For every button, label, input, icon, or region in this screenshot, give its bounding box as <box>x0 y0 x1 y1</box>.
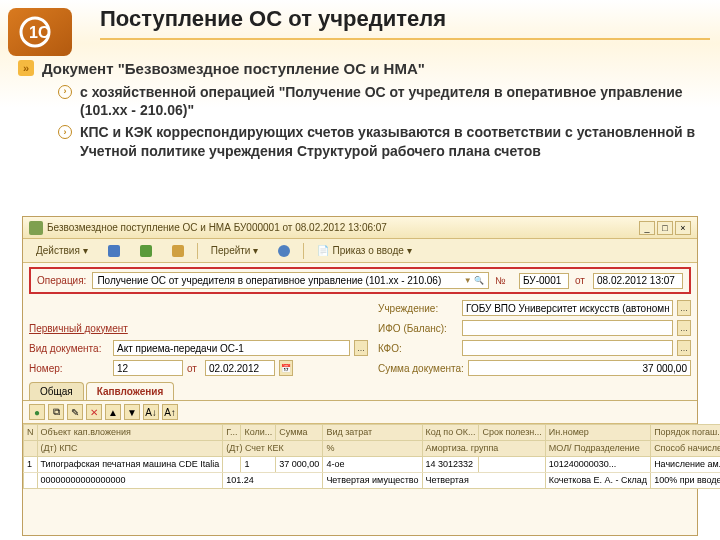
sort-asc-button[interactable]: A↓ <box>143 404 159 420</box>
doc-date-input[interactable] <box>593 273 683 289</box>
tab-investments[interactable]: Капвложения <box>86 382 175 400</box>
cell-kps: 00000000000000000 <box>37 473 223 489</box>
logo-1c: 1C <box>8 8 72 56</box>
app-window: Безвозмездное поступление ОС и НМА БУ000… <box>22 216 698 536</box>
investments-table[interactable]: N Объект кап.вложения Г... Коли... Сумма… <box>23 424 720 489</box>
cell-mol: Кочеткова Е. А. - Склад <box>545 473 650 489</box>
select-button[interactable]: … <box>677 320 691 336</box>
window-titlebar: Безвозмездное поступление ОС и НМА БУ000… <box>23 217 697 239</box>
slide-title: Поступление ОС от учредителя <box>100 6 710 32</box>
cell-inv: 101240000030... <box>545 457 650 473</box>
close-button[interactable]: × <box>675 221 691 235</box>
nomer-date-input[interactable] <box>205 360 275 376</box>
col-poryadok: Порядок погаш... <box>651 425 720 441</box>
col-inv: Ин.номер <box>545 425 650 441</box>
tb-btn-2[interactable] <box>133 243 159 259</box>
nomer-date-label: от <box>187 363 201 374</box>
tb-btn-3[interactable] <box>165 243 191 259</box>
col-n: N <box>24 425 38 441</box>
col-kps: (Дт) КПС <box>37 441 223 457</box>
select-button[interactable]: … <box>677 340 691 356</box>
tab-general[interactable]: Общая <box>29 382 84 400</box>
vid-input[interactable] <box>113 340 350 356</box>
cell-poryadok: Начисление ам... <box>651 457 720 473</box>
summa-label: Сумма документа: <box>378 363 464 374</box>
table-row[interactable]: 1 Типографская печатная машина CDE Itali… <box>24 457 721 473</box>
circle-arrow-icon: › <box>58 85 72 99</box>
operation-select[interactable]: Получение ОС от учредителя в оперативное… <box>92 272 489 289</box>
uchr-input[interactable] <box>462 300 673 316</box>
separator <box>197 243 198 259</box>
cell-sposob: 100% при вводе ... <box>651 473 720 489</box>
table-row[interactable]: 00000000000000000 101.24 Четвертая имуще… <box>24 473 721 489</box>
num-label: № <box>495 275 513 286</box>
cell-obj: Типографская печатная машина CDE Italia <box>37 457 223 473</box>
uchr-label: Учреждение: <box>378 303 458 314</box>
slide-title-bar: Поступление ОС от учредителя <box>100 6 710 40</box>
select-button[interactable]: … <box>354 340 368 356</box>
sub-bullet-1-text: с хозяйственной операцией "Получение ОС … <box>80 83 702 119</box>
col-kod: Код по ОК... <box>422 425 479 441</box>
add-copy-button[interactable]: ⧉ <box>48 404 64 420</box>
svg-text:1C: 1C <box>29 24 50 41</box>
tabs: Общая Капвложения <box>23 382 697 401</box>
save-icon <box>108 245 120 257</box>
doc-number-input[interactable] <box>519 273 569 289</box>
cell-vid: 4-ое <box>323 457 422 473</box>
cell-n: 1 <box>24 457 38 473</box>
operation-label: Операция: <box>37 275 86 286</box>
circle-arrow-icon: › <box>58 125 72 139</box>
document-icon <box>29 221 43 235</box>
kfo-input[interactable] <box>462 340 673 356</box>
sub-bullet-1: › с хозяйственной операцией "Получение О… <box>58 83 702 119</box>
date-picker-button[interactable]: 📅 <box>279 360 293 376</box>
move-up-button[interactable]: ▲ <box>105 404 121 420</box>
table-subheader-row: (Дт) КПС (Дт) Счет КЕК % Амортиза. групп… <box>24 441 721 457</box>
col-srok: Срок полезн... <box>479 425 545 441</box>
tb-btn-1[interactable] <box>101 243 127 259</box>
sub-bullet-2-text: КПС и КЭК корреспондирующих счетов указы… <box>80 123 702 159</box>
cell-kol: 1 <box>241 457 276 473</box>
delete-row-button[interactable]: ✕ <box>86 404 102 420</box>
actions-menu[interactable]: Действия ▾ <box>29 243 95 258</box>
print-menu[interactable]: 📄 Приказ о вводе ▾ <box>310 243 418 258</box>
slide-content: » Документ "Безвозмездное поступление ОС… <box>18 60 702 164</box>
main-bullet: » Документ "Безвозмездное поступление ОС… <box>18 60 702 77</box>
cell-srok <box>479 457 545 473</box>
window-title: Безвозмездное поступление ОС и НМА БУ000… <box>47 222 635 233</box>
ifo-label: ИФО (Баланс): <box>378 323 458 334</box>
select-button[interactable]: … <box>677 300 691 316</box>
minimize-button[interactable]: _ <box>639 221 655 235</box>
cell-summa: 37 000,00 <box>276 457 323 473</box>
window-toolbar: Действия ▾ Перейти ▾ 📄 Приказ о вводе ▾ <box>23 239 697 263</box>
summa-input[interactable] <box>468 360 691 376</box>
col-mol: МОЛ/ Подразделение <box>545 441 650 457</box>
col-schet: (Дт) Счет КЕК <box>223 441 323 457</box>
main-bullet-text: Документ "Безвозмездное поступление ОС и… <box>42 60 425 77</box>
list-icon <box>172 245 184 257</box>
col-summa: Сумма <box>276 425 323 441</box>
ok-icon <box>140 245 152 257</box>
go-menu[interactable]: Перейти ▾ <box>204 243 266 258</box>
ifo-input[interactable] <box>462 320 673 336</box>
maximize-button[interactable]: □ <box>657 221 673 235</box>
nomer-input[interactable] <box>113 360 183 376</box>
col-amort: Амортиза. группа <box>422 441 545 457</box>
sort-desc-button[interactable]: A↑ <box>162 404 178 420</box>
operation-row: Операция: Получение ОС от учредителя в о… <box>29 267 691 294</box>
col-kol: Коли... <box>241 425 276 441</box>
col-proc: % <box>323 441 422 457</box>
cell-schet: 101.24 <box>223 473 323 489</box>
section-header: Первичный документ <box>29 323 128 334</box>
tb-help[interactable] <box>271 243 297 259</box>
sub-bullet-2: › КПС и КЭК корреспондирующих счетов ука… <box>58 123 702 159</box>
cell-vid2: Четвертая имущество <box>323 473 422 489</box>
cell-g <box>223 457 241 473</box>
edit-row-button[interactable]: ✎ <box>67 404 83 420</box>
add-row-button[interactable]: ● <box>29 404 45 420</box>
col-g: Г... <box>223 425 241 441</box>
move-down-button[interactable]: ▼ <box>124 404 140 420</box>
arrow-icon: » <box>18 60 34 76</box>
vid-label: Вид документа: <box>29 343 109 354</box>
nomer-label: Номер: <box>29 363 109 374</box>
